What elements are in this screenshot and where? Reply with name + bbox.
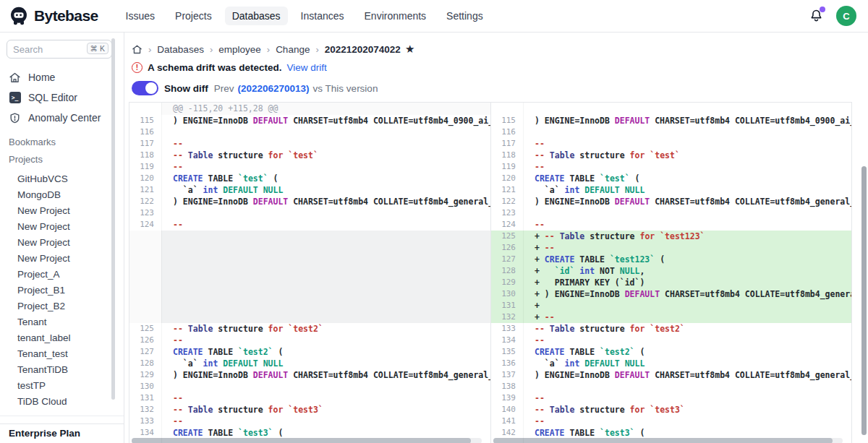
- diff-added-line: 130+ ) ENGINE=InnoDB DEFAULT CHARSET=utf…: [491, 288, 851, 300]
- project-item-project-b1[interactable]: Project_B1: [0, 283, 124, 298]
- line-code: --: [161, 138, 490, 150]
- diff-added-line: 132+ --: [491, 311, 851, 323]
- bytebase-logo[interactable]: Bytebase: [9, 6, 98, 26]
- nav-item-issues[interactable]: Issues: [119, 7, 162, 25]
- project-item-new-project[interactable]: New Project: [0, 251, 124, 267]
- project-item-new-project[interactable]: New Project: [0, 203, 124, 219]
- line-code: --: [523, 161, 851, 173]
- view-drift-link[interactable]: View drift: [287, 62, 327, 73]
- diff-line: 133-- Table structure for `test2`: [491, 323, 851, 335]
- line-number: [491, 103, 523, 115]
- line-number: 131: [129, 392, 161, 404]
- line-code: +: [523, 300, 851, 311]
- line-code: ) ENGINE=InnoDB DEFAULT CHARSET=utf8mb4 …: [161, 196, 490, 207]
- diff-line: 123: [491, 207, 851, 219]
- project-list: GitHubVCSMongoDBNew ProjectNew ProjectNe…: [0, 171, 124, 410]
- project-item-new-project[interactable]: New Project: [0, 219, 124, 235]
- sidebar-item-anomaly-center[interactable]: Anomaly Center: [0, 108, 124, 128]
- line-code: --: [523, 335, 851, 346]
- diff-line: 129) ENGINE=InnoDB DEFAULT CHARSET=utf8m…: [129, 369, 490, 381]
- line-number: 118: [129, 150, 161, 161]
- show-diff-toggle[interactable]: [132, 81, 158, 95]
- diff-line: 141--: [491, 416, 851, 427]
- project-item-tenanttidb[interactable]: TenantTiDB: [0, 362, 124, 378]
- project-item-tenant[interactable]: Tenant: [0, 314, 124, 330]
- nav-item-environments[interactable]: Environments: [357, 7, 434, 25]
- project-item-project-b2[interactable]: Project_B2: [0, 298, 124, 314]
- line-code: CREATE TABLE `test2` (: [161, 346, 490, 358]
- diff-line: 125-- Table structure for `test2`: [129, 323, 490, 335]
- diff-line: 118-- Table structure for `test`: [491, 150, 851, 161]
- breadcrumb-item[interactable]: 20221202074022: [325, 44, 401, 55]
- avatar[interactable]: C: [836, 6, 856, 26]
- diff-line: 124--: [129, 219, 490, 231]
- diff-line: 122) ENGINE=InnoDB DEFAULT CHARSET=utf8m…: [129, 196, 490, 207]
- diff-line: 119--: [129, 161, 490, 173]
- line-code: -- Table structure for `test2`: [161, 323, 490, 335]
- line-code: + ) ENGINE=InnoDB DEFAULT CHARSET=utf8mb…: [523, 288, 851, 300]
- breadcrumb-item[interactable]: employee: [218, 44, 261, 55]
- scrollbar-thumb[interactable]: [493, 438, 833, 443]
- project-item-testtp[interactable]: testTP: [0, 378, 124, 394]
- line-code: + --: [523, 242, 851, 254]
- diff-line: 140-- Table structure for `test3`: [491, 404, 851, 416]
- line-number: 130: [129, 381, 161, 392]
- diff-line: 134CREATE TABLE `test3` (: [129, 427, 490, 439]
- line-number: 134: [129, 427, 161, 439]
- line-code: [523, 207, 851, 219]
- line-code: CREATE TABLE `test3` (: [523, 427, 851, 439]
- line-code: [161, 242, 490, 254]
- line-number: [129, 242, 161, 254]
- diff-line: 139--: [491, 392, 851, 404]
- scrollbar-thumb[interactable]: [132, 438, 471, 443]
- diff-line: 118-- Table structure for `test`: [129, 150, 490, 161]
- page-scrollbar[interactable]: [861, 166, 867, 435]
- diff-spacer: [491, 103, 851, 115]
- project-item-new-project[interactable]: New Project: [0, 235, 124, 251]
- breadcrumb-item[interactable]: Databases: [157, 44, 204, 55]
- diff-added-line: 126+ --: [491, 242, 851, 254]
- project-item-project-a[interactable]: Project_A: [0, 267, 124, 283]
- diff-placeholder-line: [129, 242, 490, 254]
- nav-item-settings[interactable]: Settings: [439, 7, 490, 25]
- line-code: `a` int DEFAULT NULL: [523, 358, 851, 369]
- sidebar-item-label: SQL Editor: [28, 92, 77, 103]
- nav-item-instances[interactable]: Instances: [294, 7, 352, 25]
- line-code: --: [523, 392, 851, 404]
- project-item-tidb-cloud[interactable]: TiDB Cloud: [0, 394, 124, 410]
- line-number: 135: [491, 346, 523, 358]
- chevron-right-icon: ›: [315, 44, 318, 55]
- line-number: 133: [491, 323, 523, 335]
- breadcrumb-item[interactable]: Change: [276, 44, 310, 55]
- diff-line: 137) ENGINE=InnoDB DEFAULT CHARSET=utf8m…: [491, 369, 851, 381]
- nav-item-projects[interactable]: Projects: [168, 7, 219, 25]
- line-number: 119: [129, 161, 161, 173]
- line-number: 133: [129, 416, 161, 427]
- line-number: 121: [491, 184, 523, 196]
- line-code: --: [161, 392, 490, 404]
- diff-line: 130: [129, 381, 490, 392]
- horizontal-scrollbar[interactable]: [493, 438, 843, 443]
- line-number: [129, 265, 161, 277]
- star-icon[interactable]: ★: [405, 43, 414, 56]
- sidebar-item-sql-editor[interactable]: >_ SQL Editor: [0, 87, 124, 108]
- project-item-tenant-label[interactable]: tenant_label: [0, 330, 124, 346]
- line-number: 136: [491, 358, 523, 369]
- vs-label: vs This version: [313, 83, 378, 94]
- project-item-tenant-test[interactable]: Tenant_test: [0, 346, 124, 362]
- line-number: 129: [129, 369, 161, 381]
- line-number: 124: [491, 219, 523, 231]
- diff-line: 132-- Table structure for `test3`: [129, 404, 490, 416]
- project-item-githubvcs[interactable]: GitHubVCS: [0, 171, 124, 187]
- sidebar-scrollbar[interactable]: [111, 38, 115, 400]
- sidebar-item-home[interactable]: Home: [0, 67, 124, 87]
- notification-bell-icon[interactable]: [809, 8, 825, 24]
- line-code: [161, 254, 490, 265]
- nav-item-databases[interactable]: Databases: [225, 7, 288, 25]
- home-icon[interactable]: [132, 44, 142, 55]
- prev-version-link[interactable]: (202206270013): [238, 83, 310, 94]
- line-number: [129, 277, 161, 288]
- horizontal-scrollbar[interactable]: [132, 438, 482, 443]
- project-item-mongodb[interactable]: MongoDB: [0, 187, 124, 203]
- diff-line: 133--: [129, 416, 490, 427]
